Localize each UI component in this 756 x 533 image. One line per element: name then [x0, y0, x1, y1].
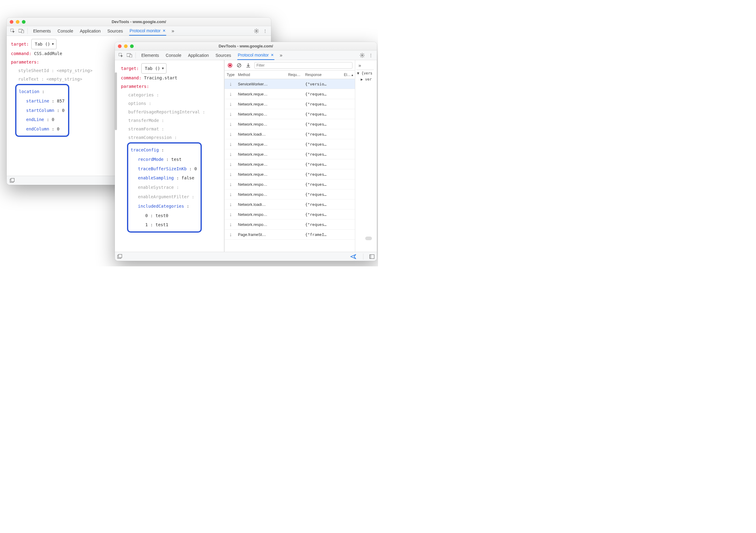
- close-window-button[interactable]: [10, 20, 14, 24]
- field-key[interactable]: traceBufferSizeInKb: [138, 166, 187, 171]
- filter-input[interactable]: [254, 62, 352, 69]
- table-row[interactable]: ↓Network.reque…{"reques…: [225, 159, 355, 169]
- field-key[interactable]: endLine: [26, 117, 44, 122]
- download-icon[interactable]: [245, 62, 251, 69]
- toggle-side-panel-icon[interactable]: [369, 255, 374, 259]
- drawer-console-icon[interactable]: [10, 178, 14, 183]
- method-cell: Network.respo…: [237, 222, 288, 227]
- col-type[interactable]: Type: [225, 73, 237, 77]
- tab-elements[interactable]: Elements: [141, 51, 159, 60]
- zoom-window-button[interactable]: [22, 20, 26, 24]
- table-row[interactable]: ↓Network.respo…{"reques…: [225, 219, 355, 230]
- clear-icon[interactable]: [236, 62, 242, 69]
- command-value[interactable]: CSS.addRule: [34, 51, 62, 56]
- events-table-body[interactable]: ↓ServiceWorker…{"versio…↓Network.reque…{…: [225, 79, 355, 252]
- gear-icon[interactable]: [359, 52, 366, 59]
- param-key[interactable]: categories: [128, 93, 154, 97]
- param-key[interactable]: options: [128, 101, 146, 106]
- tab-application[interactable]: Application: [79, 27, 101, 35]
- field-value[interactable]: 0: [62, 108, 65, 113]
- inspect-icon[interactable]: [117, 52, 124, 59]
- close-icon[interactable]: ✕: [271, 53, 274, 57]
- table-row[interactable]: ↓Network.respo…{"reques…: [225, 189, 355, 199]
- table-row[interactable]: ↓Network.respo…{"reques…: [225, 109, 355, 119]
- field-key[interactable]: startLine: [26, 98, 49, 103]
- table-row[interactable]: ↓Network.loadi…{"reques…: [225, 129, 355, 139]
- table-row[interactable]: ↓Network.respo…{"reques…: [225, 119, 355, 129]
- send-command-icon[interactable]: [350, 254, 356, 259]
- field-value[interactable]: 0: [57, 126, 59, 131]
- tree-child[interactable]: ▶ ver: [356, 76, 374, 82]
- more-tabs-icon[interactable]: »: [172, 28, 175, 34]
- table-row[interactable]: ↓Network.reque…{"reques…: [225, 149, 355, 159]
- tab-elements[interactable]: Elements: [33, 27, 51, 35]
- field-key[interactable]: enableSystrace: [138, 185, 174, 190]
- table-row[interactable]: ↓Network.reque…{"reques…: [225, 139, 355, 149]
- field-value[interactable]: 857: [57, 98, 65, 103]
- field-value[interactable]: 0: [194, 166, 197, 171]
- tab-sources[interactable]: Sources: [215, 51, 231, 60]
- more-tabs-icon[interactable]: »: [280, 53, 283, 58]
- tab-protocol-monitor[interactable]: Protocol monitor ✕: [237, 51, 274, 60]
- kebab-menu-icon[interactable]: ⋮: [261, 27, 269, 35]
- param-key[interactable]: transferMode: [128, 118, 159, 123]
- field-key[interactable]: enableSampling: [138, 176, 174, 180]
- field-value[interactable]: 0: [52, 117, 54, 122]
- table-row[interactable]: ↓Network.reque…{"reques…: [225, 99, 355, 109]
- table-row[interactable]: ↓Network.loadi…{"reques…: [225, 199, 355, 210]
- down-arrow-icon: ↓: [225, 151, 237, 157]
- param-key[interactable]: streamCompression: [128, 135, 172, 140]
- tree-root[interactable]: ▼ {vers: [356, 70, 374, 76]
- zoom-window-button[interactable]: [130, 44, 134, 48]
- record-icon[interactable]: [227, 62, 233, 69]
- table-row[interactable]: ↓ServiceWorker…{"versio…: [225, 79, 355, 89]
- field-value[interactable]: test: [171, 157, 182, 162]
- field-value[interactable]: false: [181, 176, 194, 180]
- col-method[interactable]: Method: [237, 73, 288, 77]
- device-toggle-icon[interactable]: [18, 27, 25, 35]
- table-row[interactable]: ↓Network.respo…{"reques…: [225, 180, 355, 189]
- close-icon[interactable]: ✕: [163, 29, 166, 33]
- array-value[interactable]: test1: [155, 222, 168, 227]
- param-value[interactable]: <empty_string>: [46, 77, 82, 81]
- param-key[interactable]: styleSheetId: [18, 68, 49, 73]
- array-value[interactable]: test0: [155, 213, 168, 218]
- table-row[interactable]: ↓Network.respo…{"reques…: [225, 210, 355, 219]
- target-select[interactable]: Tab () ▼: [141, 63, 167, 73]
- svg-line-10: [255, 32, 256, 33]
- field-key[interactable]: endColumn: [26, 126, 49, 131]
- minimize-window-button[interactable]: [16, 20, 19, 24]
- gear-icon[interactable]: [253, 27, 260, 35]
- minimize-window-button[interactable]: [124, 44, 128, 48]
- target-select[interactable]: Tab () ▼: [31, 39, 57, 49]
- tab-console[interactable]: Console: [165, 51, 182, 60]
- col-request[interactable]: Requ…: [288, 73, 305, 77]
- table-row[interactable]: ↓Network.reque…{"reques…: [225, 89, 355, 99]
- close-window-button[interactable]: [118, 44, 122, 48]
- response-cell: {"reques…: [305, 102, 343, 106]
- drawer-console-icon[interactable]: [117, 254, 122, 259]
- tab-protocol-monitor[interactable]: Protocol monitor ✕: [129, 26, 166, 36]
- param-value[interactable]: <empty_string>: [57, 68, 93, 73]
- param-key[interactable]: bufferUsageReportingInterval: [128, 109, 200, 114]
- more-tabs-icon[interactable]: »: [358, 63, 361, 69]
- tab-console[interactable]: Console: [57, 27, 73, 35]
- method-cell: Network.respo…: [237, 182, 288, 187]
- col-response[interactable]: Response: [305, 73, 343, 77]
- table-row[interactable]: ↓Page.frameSt…{"frameI…: [225, 230, 355, 239]
- param-key[interactable]: streamFormat: [128, 126, 159, 131]
- command-value[interactable]: Tracing.start: [144, 75, 177, 80]
- param-key[interactable]: ruleText: [18, 77, 39, 81]
- scrollbar[interactable]: [115, 60, 117, 252]
- tab-sources[interactable]: Sources: [107, 27, 123, 35]
- tab-application[interactable]: Application: [187, 51, 210, 60]
- col-elapsed[interactable]: El…▲: [343, 73, 355, 77]
- device-toggle-icon[interactable]: [126, 52, 133, 59]
- field-key[interactable]: recordMode: [138, 157, 163, 162]
- field-key[interactable]: enableArgumentFilter: [138, 194, 189, 199]
- table-row[interactable]: ↓Network.reque…{"reques…: [225, 169, 355, 180]
- kebab-menu-icon[interactable]: ⋮: [367, 52, 374, 59]
- inspect-icon[interactable]: [9, 27, 16, 35]
- field-key[interactable]: startColumn: [26, 108, 54, 113]
- chevron-down-icon: ▼: [162, 65, 164, 71]
